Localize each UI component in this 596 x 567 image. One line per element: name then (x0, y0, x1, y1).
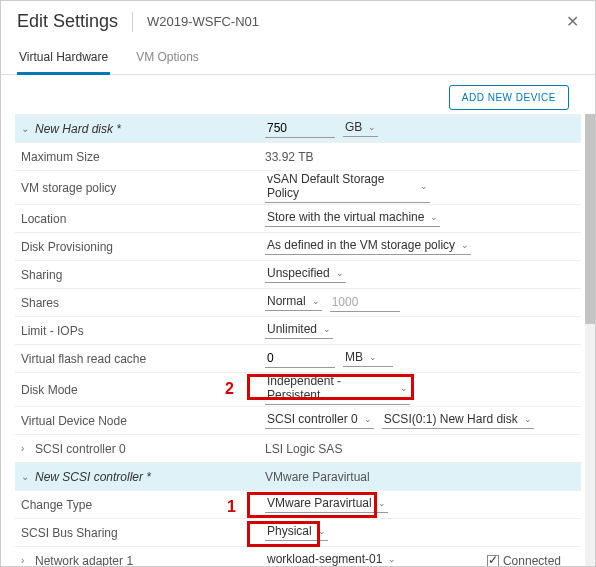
chevron-down-icon[interactable]: ⌄ (21, 471, 35, 482)
dialog-header: Edit Settings W2019-WSFC-N01 ✕ (1, 1, 595, 36)
chevron-down-icon: ⌄ (336, 268, 344, 278)
tab-virtual-hardware[interactable]: Virtual Hardware (17, 42, 110, 75)
chevron-down-icon[interactable]: ⌄ (21, 123, 35, 134)
chevron-down-icon: ⌄ (323, 324, 331, 334)
chevron-down-icon: ⌄ (461, 240, 469, 250)
provisioning-select[interactable]: As defined in the VM storage policy ⌄ (265, 238, 471, 255)
disk-mode-select[interactable]: Independent - Persistent ⌄ (265, 374, 410, 405)
section-new-scsi-controller: ⌄ New SCSI controller * VMware Paravirtu… (15, 462, 581, 490)
chevron-down-icon: ⌄ (312, 296, 320, 306)
section-label: New Hard disk * (35, 122, 121, 136)
chevron-right-icon[interactable]: › (21, 555, 35, 566)
row-disk-mode: Disk Mode Independent - Persistent ⌄ (15, 372, 581, 406)
change-type-select[interactable]: VMware Paravirtual ⌄ (265, 496, 388, 513)
disk-size-unit-select[interactable]: GB ⌄ (343, 120, 378, 137)
dialog-title: Edit Settings (17, 11, 118, 32)
close-icon[interactable]: ✕ (566, 12, 579, 31)
row-vflash: Virtual flash read cache MB ⌄ (15, 344, 581, 372)
row-storage-policy: VM storage policy vSAN Default Storage P… (15, 170, 581, 204)
vm-name: W2019-WSFC-N01 (147, 14, 259, 29)
network-select[interactable]: workload-segment-01 ⌄ (265, 552, 398, 566)
header-divider (132, 12, 133, 32)
chevron-down-icon: ⌄ (368, 122, 376, 132)
checkbox-checked-icon (487, 555, 499, 567)
tabs: Virtual Hardware VM Options (1, 42, 595, 75)
vflash-value-input[interactable] (265, 349, 335, 368)
toolbar: ADD NEW DEVICE (1, 75, 595, 114)
sharing-select[interactable]: Unspecified ⌄ (265, 266, 346, 283)
edit-settings-dialog: Edit Settings W2019-WSFC-N01 ✕ Virtual H… (0, 0, 596, 567)
chevron-down-icon: ⌄ (388, 554, 396, 564)
vflash-unit-select[interactable]: MB ⌄ (343, 350, 393, 367)
chevron-down-icon: ⌄ (369, 352, 377, 362)
storage-policy-select[interactable]: vSAN Default Storage Policy ⌄ (265, 172, 430, 203)
limit-iops-select[interactable]: Unlimited ⌄ (265, 322, 333, 339)
network-connected-check[interactable]: Connected (487, 554, 561, 567)
add-new-device-button[interactable]: ADD NEW DEVICE (449, 85, 569, 110)
vdn-device-select[interactable]: SCSI(0:1) New Hard disk ⌄ (382, 412, 534, 429)
section-new-hard-disk: ⌄ New Hard disk * GB ⌄ (15, 114, 581, 142)
location-select[interactable]: Store with the virtual machine ⌄ (265, 210, 440, 227)
shares-value-input[interactable] (330, 293, 400, 312)
row-disk-provisioning: Disk Provisioning As defined in the VM s… (15, 232, 581, 260)
chevron-down-icon: ⌄ (400, 383, 408, 393)
row-scsi-controller-0: › SCSI controller 0 LSI Logic SAS (15, 434, 581, 462)
chevron-down-icon: ⌄ (524, 414, 532, 424)
disk-size-input[interactable] (265, 119, 335, 138)
chevron-down-icon: ⌄ (364, 414, 372, 424)
row-max-size: Maximum Size 33.92 TB (15, 142, 581, 170)
bus-sharing-select[interactable]: Physical ⌄ (265, 524, 328, 541)
row-change-type: Change Type VMware Paravirtual ⌄ (15, 490, 581, 518)
row-shares: Shares Normal ⌄ (15, 288, 581, 316)
chevron-down-icon: ⌄ (430, 212, 438, 222)
scrollbar-thumb[interactable] (585, 114, 595, 324)
tab-vm-options[interactable]: VM Options (134, 42, 201, 74)
row-limit-iops: Limit - IOPs Unlimited ⌄ (15, 316, 581, 344)
row-sharing: Sharing Unspecified ⌄ (15, 260, 581, 288)
row-scsi-bus-sharing: SCSI Bus Sharing Physical ⌄ (15, 518, 581, 546)
chevron-down-icon: ⌄ (420, 181, 428, 191)
max-size-value: 33.92 TB (265, 150, 313, 164)
row-network-adapter-1: › Network adapter 1 workload-segment-01 … (15, 546, 581, 566)
row-location: Location Store with the virtual machine … (15, 204, 581, 232)
scrollbar-track[interactable] (585, 114, 595, 566)
chevron-right-icon[interactable]: › (21, 443, 35, 454)
vdn-controller-select[interactable]: SCSI controller 0 ⌄ (265, 412, 374, 429)
row-virtual-device-node: Virtual Device Node SCSI controller 0 ⌄ … (15, 406, 581, 434)
chevron-down-icon: ⌄ (378, 498, 386, 508)
content-area: ⌄ New Hard disk * GB ⌄ Maximum Size 33.9… (1, 114, 595, 566)
chevron-down-icon: ⌄ (318, 526, 326, 536)
shares-level-select[interactable]: Normal ⌄ (265, 294, 322, 311)
